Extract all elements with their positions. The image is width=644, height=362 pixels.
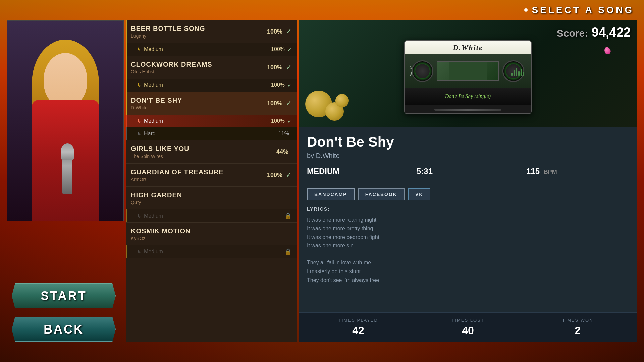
song-score-dont-be-shy: 100%: [267, 100, 282, 107]
diff-score-dont-be-shy-hard: 11%: [278, 131, 289, 137]
diff-arrow-icon: ↳: [137, 213, 141, 219]
facebook-button[interactable]: FACEBOOK: [358, 188, 405, 200]
song-item-dont-be-shy[interactable]: DON'T BE SHY D.White 100% ✓ ↳ Medium 100…: [126, 92, 297, 140]
difficulty-row-clockwork-medium[interactable]: ↳ Medium 100% ✓: [126, 79, 297, 92]
check-mark-guardian: ✓: [286, 171, 292, 179]
lyrics-line: I masterly do this stunt: [307, 267, 629, 276]
cassette-window: [437, 61, 499, 81]
stat-bpm-value: 115 BPM: [526, 167, 629, 176]
diff-label-kosmik-medium: Medium: [144, 249, 284, 255]
song-artist-girls-like-you: The Spin Wires: [131, 154, 276, 159]
page-title: SELECT A SONG: [532, 5, 634, 15]
song-info: BEER BOTTLE SONG Lugany: [131, 25, 267, 39]
song-info: KOSMIK MOTION KyBOz: [131, 227, 292, 241]
diff-label-high-garden-medium: Medium: [144, 213, 284, 219]
detail-song-by: by D.White: [307, 152, 629, 160]
song-row-dont-be-shy[interactable]: DON'T BE SHY D.White 100% ✓: [126, 92, 297, 115]
start-button[interactable]: START: [12, 283, 116, 308]
song-row-beer-bottle-song[interactable]: BEER BOTTLE SONG Lugany 100% ✓: [126, 20, 297, 43]
song-item-kosmik-motion[interactable]: KOSMIK MOTION KyBOz ↳ Medium 🔒: [126, 223, 297, 258]
difficulty-row-beer-medium[interactable]: ↳ Medium 100% ✓: [126, 43, 297, 56]
cassette-song-label: Don't Be Shy (single): [445, 93, 491, 99]
lyrics-line: It was one more roaring night: [307, 216, 629, 224]
bandcamp-button[interactable]: BANDCAMP: [307, 188, 355, 200]
song-item-guardian-of-treasure[interactable]: GUARDIAN OF TREASURE ArmOr! 100% ✓: [126, 164, 297, 187]
score-value: 94,422: [592, 25, 631, 39]
back-button-label: BACK: [44, 322, 84, 337]
song-row-high-garden[interactable]: HIGH GARDEN Q.rty: [126, 187, 297, 209]
diff-label-dont-be-shy-hard: Hard: [144, 131, 278, 137]
song-row-guardian[interactable]: GUARDIAN OF TREASURE ArmOr! 100% ✓: [126, 164, 297, 186]
sound-bar-4: [518, 71, 520, 76]
stat-divider-bottom-2: [523, 318, 523, 337]
cassette-artist-name: D.White: [453, 43, 483, 52]
song-title-kosmik-motion: KOSMIK MOTION: [131, 227, 292, 235]
stat-difficulty-value: MEDIUM: [307, 167, 410, 176]
right-panel: Score: 94,422 D.White SIDE A: [299, 20, 637, 342]
song-row-kosmik-motion[interactable]: KOSMIK MOTION KyBOz: [126, 223, 297, 245]
bpm-number: 115: [526, 167, 540, 176]
song-artist-kosmik-motion: KyBOz: [131, 236, 292, 241]
song-title-high-garden: HIGH GARDEN: [131, 191, 292, 199]
bottom-stats: TIMES PLAYED 42 TIMES LOST 40 TIMES WON …: [299, 312, 637, 342]
song-score-girls-like-you: 44%: [276, 148, 288, 156]
stat-divider-bottom-1: [413, 318, 413, 337]
song-item-beer-bottle-song[interactable]: BEER BOTTLE SONG Lugany 100% ✓ ↳ Medium …: [126, 20, 297, 56]
stat-duration: 5:31: [417, 167, 519, 176]
cassette-artist-label: D.White: [405, 41, 531, 54]
lyrics-section: LYRICS: It was one more roaring nightIt …: [307, 205, 629, 284]
diff-check-clockwork: ✓: [287, 82, 292, 88]
sound-bar-3: [516, 68, 517, 76]
check-mark-clockwork: ✓: [286, 63, 292, 72]
cassette-reel-left: [412, 60, 433, 82]
song-row-girls-like-you[interactable]: GIRLS LIKE YOU The Spin Wires 44%: [126, 140, 297, 163]
song-artist-high-garden: Q.rty: [131, 200, 292, 205]
song-score-guardian: 100%: [267, 172, 282, 179]
diff-arrow-icon: ↳: [137, 47, 141, 52]
difficulty-row-kosmik-medium[interactable]: ↳ Medium 🔒: [126, 245, 297, 258]
difficulty-row-high-garden-medium[interactable]: ↳ Medium 🔒: [126, 209, 297, 222]
sound-bar-2: [514, 70, 515, 76]
stat-times-won: TIMES WON 2: [526, 318, 629, 337]
header-bar: SELECT A SONG: [490, 0, 644, 20]
stat-difficulty: MEDIUM: [307, 167, 410, 176]
song-title-clockwork: CLOCKWORK DREAMS: [131, 61, 267, 68]
times-lost-value: 40: [417, 324, 519, 337]
lyrics-line: It was one more sin.: [307, 241, 629, 250]
diff-label-dont-be-shy-medium: Medium: [144, 118, 271, 124]
song-item-girls-like-you[interactable]: GIRLS LIKE YOU The Spin Wires 44%: [126, 140, 297, 164]
song-title-guardian: GUARDIAN OF TREASURE: [131, 168, 267, 176]
difficulty-row-dont-be-shy-medium[interactable]: ↳ Medium 100% ✓: [126, 115, 297, 127]
song-item-high-garden[interactable]: HIGH GARDEN Q.rty ↳ Medium 🔒: [126, 187, 297, 223]
song-item-clockwork-dreams[interactable]: CLOCKWORK DREAMS Otus Hobst 100% ✓ ↳ Med…: [126, 56, 297, 92]
yellow-bar: [126, 56, 127, 79]
singer-face: [44, 53, 87, 107]
diff-arrow-icon: ↳: [137, 118, 141, 124]
cassette-bar: [434, 109, 501, 111]
detail-song-title: Don't Be Shy: [307, 134, 629, 150]
song-score-beer: 100%: [267, 28, 282, 35]
song-artist-beer: Lugany: [131, 33, 267, 39]
diff-label-clockwork-medium: Medium: [144, 82, 271, 88]
back-button[interactable]: BACK: [12, 317, 116, 342]
sound-bar-6: [523, 72, 524, 76]
vk-button[interactable]: VK: [408, 188, 430, 200]
microphone: [62, 154, 72, 194]
diff-arrow-icon: ↳: [137, 131, 141, 136]
check-mark-dont-be-shy: ✓: [286, 99, 292, 108]
song-title-dont-be-shy: DON'T BE SHY: [131, 97, 267, 104]
song-row-clockwork[interactable]: CLOCKWORK DREAMS Otus Hobst 100% ✓: [126, 56, 297, 79]
song-info: GIRLS LIKE YOU The Spin Wires: [131, 145, 276, 159]
score-display: Score: 94,422: [557, 25, 631, 40]
diff-score-beer-medium: 100%: [271, 46, 285, 52]
cassette-label-area: Don't Be Shy (single): [405, 88, 531, 105]
diff-score-dont-be-shy-medium: 100%: [271, 118, 285, 124]
singer-panel: [7, 20, 124, 221]
diff-arrow-icon: ↳: [137, 249, 141, 254]
diff-score-clockwork-medium: 100%: [271, 82, 285, 88]
song-title-girls-like-you: GIRLS LIKE YOU: [131, 145, 276, 153]
difficulty-row-dont-be-shy-hard[interactable]: ↳ Hard 11%: [126, 127, 297, 140]
sound-bar-1: [511, 73, 513, 76]
stat-duration-value: 5:31: [417, 167, 519, 176]
cassette-tape: D.White SIDE A: [404, 40, 532, 114]
